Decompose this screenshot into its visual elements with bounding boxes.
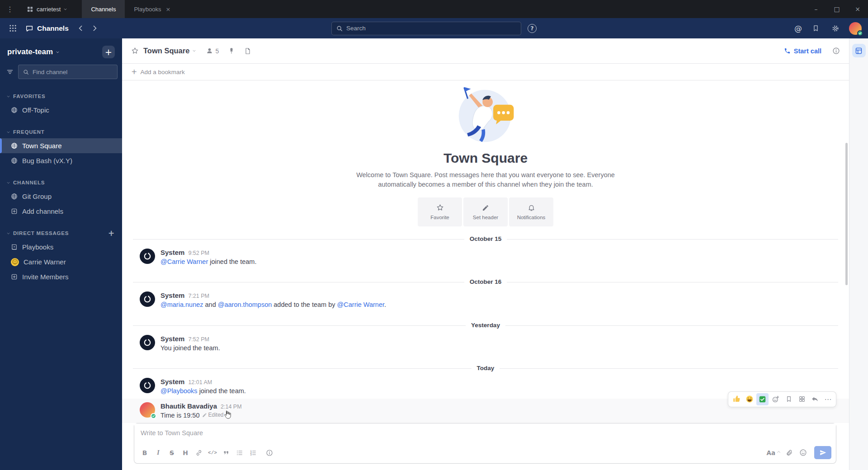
bookmark-icon <box>785 395 793 403</box>
link-button[interactable] <box>193 447 205 459</box>
system-avatar <box>140 378 155 393</box>
add-direct-message-button[interactable]: + <box>108 229 115 238</box>
channel-intro-illustration <box>448 84 523 145</box>
sidebar-item-playbooks-dm[interactable]: Playbooks <box>0 240 122 254</box>
channel-name-menu[interactable]: Town Square <box>143 47 195 55</box>
tab-channels[interactable]: Channels <box>82 0 125 18</box>
mention-link[interactable]: @Carrie Warner <box>160 258 208 265</box>
quote-button[interactable] <box>220 447 232 459</box>
forward-button[interactable] <box>91 25 97 31</box>
formatting-help-button[interactable] <box>264 447 275 459</box>
sidebar-item-off-topic[interactable]: Off-Topic <box>0 103 122 118</box>
set-header-action-button[interactable]: Set header <box>463 197 508 226</box>
add-channel-button[interactable]: + <box>102 46 115 58</box>
reaction-thumbs-up-button[interactable] <box>730 393 742 405</box>
find-channel-box[interactable] <box>18 65 118 79</box>
scrollbar-thumb[interactable] <box>845 143 848 285</box>
maximize-button[interactable]: □ <box>826 0 847 18</box>
heading-button[interactable]: H <box>179 447 191 459</box>
notifications-action-button[interactable]: Notifications <box>509 197 553 226</box>
system-avatar <box>140 335 155 350</box>
message-row[interactable]: System 7:21 PM @maria.nunez and @aaron.t… <box>122 288 849 312</box>
mention-link[interactable]: @Carrie Warner <box>337 301 384 308</box>
file-icon <box>244 47 251 55</box>
workspace-switcher[interactable]: carrietest <box>20 0 74 18</box>
app-menu-icon[interactable]: ⋮ <box>0 0 20 18</box>
info-icon <box>266 449 273 456</box>
tab-playbooks[interactable]: Playbooks × <box>125 0 179 18</box>
bulleted-list-button[interactable] <box>234 447 245 459</box>
link-icon <box>195 449 203 456</box>
sidebar-item-git-group[interactable]: Git Group <box>0 189 122 204</box>
members-button[interactable]: 5 <box>206 47 219 55</box>
save-message-button[interactable] <box>783 393 795 405</box>
global-search[interactable] <box>331 22 521 35</box>
pinned-posts-button[interactable] <box>228 47 235 55</box>
add-reaction-button[interactable] <box>769 393 782 405</box>
category-direct-messages[interactable]: DIRECT MESSAGES + <box>0 227 122 240</box>
phone-icon <box>784 47 791 54</box>
sidebar-item-add-channels[interactable]: Add channels <box>0 204 122 219</box>
send-button[interactable] <box>814 446 831 459</box>
reaction-grinning-button[interactable] <box>743 393 755 405</box>
emoji-picker-button[interactable] <box>797 447 809 459</box>
sidebar-item-town-square[interactable]: Town Square <box>0 138 122 153</box>
pin-icon <box>228 47 235 55</box>
message-list[interactable]: Town Square Welcome to Town Square. Post… <box>122 80 849 423</box>
favorite-star-button[interactable] <box>131 47 139 55</box>
channel-info-button[interactable] <box>832 47 840 55</box>
channel-files-button[interactable] <box>244 47 251 55</box>
strikethrough-button[interactable]: S <box>166 447 178 459</box>
message-row-hovered[interactable]: Bhautik Bavadiya 2:14 PM Time is 19:50Ed… <box>122 399 849 423</box>
filter-icon <box>6 68 14 75</box>
team-menu[interactable]: private-team <box>7 47 59 56</box>
reply-button[interactable] <box>809 393 821 405</box>
close-button[interactable]: × <box>847 0 868 18</box>
message-row[interactable]: System 7:52 PM You joined the team. <box>122 331 849 356</box>
back-button[interactable] <box>79 25 85 31</box>
help-button[interactable]: ? <box>528 24 537 33</box>
tab-close-icon[interactable]: × <box>165 6 170 13</box>
category-favorites[interactable]: FAVORITES <box>0 90 122 103</box>
italic-button[interactable]: I <box>152 447 164 459</box>
product-switcher-button[interactable] <box>6 22 19 35</box>
message-actions-button[interactable] <box>796 393 808 405</box>
boards-app-button[interactable] <box>852 44 866 57</box>
sidebar-item-invite-members[interactable]: Invite Members <box>0 269 122 284</box>
category-frequent[interactable]: FREQUENT <box>0 126 122 138</box>
bulleted-list-icon <box>236 449 243 456</box>
at-mentions-button[interactable]: @ <box>794 24 802 33</box>
code-button[interactable]: </> <box>207 447 218 459</box>
more-actions-button[interactable]: ⋯ <box>822 393 834 405</box>
message-row[interactable]: System 9:52 PM @Carrie Warner joined the… <box>122 245 849 269</box>
composer-input[interactable] <box>134 423 836 444</box>
add-bookmark-button[interactable]: + Add a bookmark <box>131 68 185 75</box>
svg-text:3: 3 <box>250 453 252 456</box>
settings-button[interactable] <box>829 22 842 35</box>
message-composer[interactable]: B I S H </> 123 <box>134 423 836 464</box>
find-channel-input[interactable] <box>33 69 113 75</box>
saved-posts-button[interactable] <box>809 22 822 35</box>
chevron-down-icon <box>56 50 59 53</box>
text-options-button[interactable]: Aa <box>764 449 782 456</box>
minimize-button[interactable]: – <box>806 0 826 18</box>
channel-header: Town Square 5 <box>122 38 849 64</box>
search-input[interactable] <box>346 25 516 32</box>
system-avatar <box>140 249 155 264</box>
attach-file-button[interactable] <box>783 447 795 459</box>
channel-filter-button[interactable] <box>6 66 14 77</box>
sidebar-item-bug-bash[interactable]: Bug Bash (vX.Y) <box>0 153 122 168</box>
mention-link[interactable]: @aaron.thompson <box>218 301 272 308</box>
sidebar-item-carrie-warner[interactable]: ☺ Carrie Warner <box>0 254 122 269</box>
favorite-action-button[interactable]: Favorite <box>418 197 462 226</box>
mention-link[interactable]: @maria.nunez <box>160 301 203 308</box>
start-call-button[interactable]: Start call <box>784 47 821 55</box>
category-channels[interactable]: CHANNELS <box>0 176 122 189</box>
user-avatar[interactable] <box>849 22 862 35</box>
action-label: Favorite <box>430 215 449 220</box>
reaction-check-mark-button[interactable] <box>756 393 769 405</box>
channel-label: Git Group <box>22 193 52 200</box>
mention-link[interactable]: @Playbooks <box>160 387 198 395</box>
numbered-list-button[interactable]: 123 <box>247 447 259 459</box>
bold-button[interactable]: B <box>139 447 151 459</box>
